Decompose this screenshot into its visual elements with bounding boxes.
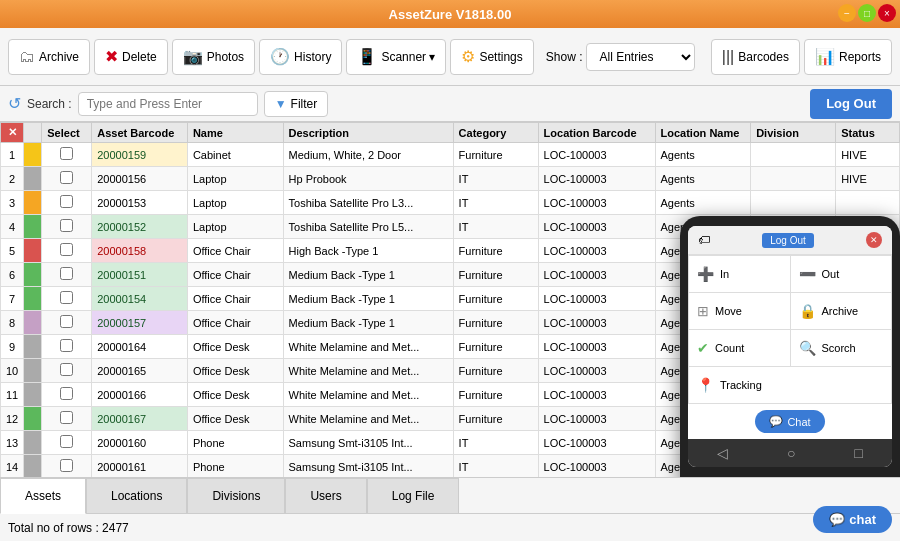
phone-home-button[interactable]: ○ xyxy=(787,445,795,461)
row-indicator xyxy=(24,359,42,383)
row-barcode: 20000167 xyxy=(92,407,188,431)
row-name: Office Desk xyxy=(187,335,283,359)
row-loc-barcode: LOC-100003 xyxy=(538,143,655,167)
row-desc: Hp Probook xyxy=(283,167,453,191)
table-header-row: ✕ Select Asset Barcode Name Description … xyxy=(1,123,900,143)
header-arrow xyxy=(24,123,42,143)
phone-menu-count[interactable]: ✔ Count xyxy=(689,330,790,366)
tab-users[interactable]: Users xyxy=(285,478,366,513)
archive-icon: 🗂 xyxy=(19,48,35,66)
row-indicator xyxy=(24,167,42,191)
row-barcode: 20000165 xyxy=(92,359,188,383)
status-bar: Total no of rows : 2477 💬 chat xyxy=(0,513,900,541)
row-checkbox[interactable] xyxy=(42,311,92,335)
row-checkbox[interactable] xyxy=(42,335,92,359)
row-desc: White Melamine and Met... xyxy=(283,359,453,383)
settings-button[interactable]: ⚙ Settings xyxy=(450,39,533,75)
app-title: AssetZure V1818.00 xyxy=(389,7,512,22)
header-loc-bc: Location Barcode xyxy=(538,123,655,143)
row-loc-name: Agents xyxy=(655,167,751,191)
row-barcode: 20000160 xyxy=(92,431,188,455)
row-num: 5 xyxy=(1,239,24,263)
row-num: 9 xyxy=(1,335,24,359)
phone-menu-archive[interactable]: 🔒 Archive xyxy=(791,293,892,329)
barcodes-button[interactable]: ||| Barcodes xyxy=(711,39,800,75)
chat-button[interactable]: 💬 chat xyxy=(813,506,892,533)
show-select[interactable]: All Entries Active Archive Checked Out xyxy=(586,43,695,71)
row-checkbox[interactable] xyxy=(42,239,92,263)
search-input[interactable] xyxy=(78,92,258,116)
row-checkbox[interactable] xyxy=(42,143,92,167)
phone-menu-move[interactable]: ⊞ Move xyxy=(689,293,790,329)
minimize-button[interactable]: − xyxy=(838,4,856,22)
row-loc-barcode: LOC-100003 xyxy=(538,407,655,431)
phone-menu-out[interactable]: ➖ Out xyxy=(791,256,892,292)
row-desc: Samsung Smt-i3105 Int... xyxy=(283,431,453,455)
row-barcode: 20000152 xyxy=(92,215,188,239)
maximize-button[interactable]: □ xyxy=(858,4,876,22)
row-indicator xyxy=(24,143,42,167)
phone-header: 🏷 Log Out ✕ xyxy=(688,226,892,255)
phone-menu-tracking[interactable]: 📍 Tracking xyxy=(689,367,891,403)
tab-logfile[interactable]: Log File xyxy=(367,478,460,513)
scanner-button[interactable]: 📱 Scanner ▾ xyxy=(346,39,446,75)
row-loc-barcode: LOC-100003 xyxy=(538,215,655,239)
header-status: Status xyxy=(836,123,900,143)
header-name: Name xyxy=(187,123,283,143)
reports-label: Reports xyxy=(839,50,881,64)
history-button[interactable]: 🕐 History xyxy=(259,39,342,75)
settings-icon: ⚙ xyxy=(461,47,475,66)
phone-chat-label: Chat xyxy=(787,416,810,428)
row-barcode: 20000151 xyxy=(92,263,188,287)
row-checkbox[interactable] xyxy=(42,431,92,455)
archive-button[interactable]: 🗂 Archive xyxy=(8,39,90,75)
filter-button[interactable]: ▼ Filter xyxy=(264,91,329,117)
barcodes-label: Barcodes xyxy=(738,50,789,64)
row-division xyxy=(751,167,836,191)
toolbar: 🗂 Archive ✖ Delete 📷 Photos 🕐 History 📱 … xyxy=(0,28,900,86)
out-label: Out xyxy=(822,268,840,280)
row-checkbox[interactable] xyxy=(42,215,92,239)
row-num: 7 xyxy=(1,287,24,311)
in-icon: ➕ xyxy=(697,266,714,282)
phone-menu-in[interactable]: ➕ In xyxy=(689,256,790,292)
phone-bottom-nav: ◁ ○ □ xyxy=(688,439,892,467)
row-checkbox[interactable] xyxy=(42,167,92,191)
reports-button[interactable]: 📊 Reports xyxy=(804,39,892,75)
phone-back-button[interactable]: ◁ xyxy=(717,445,728,461)
phone-chat-button[interactable]: 💬 Chat xyxy=(755,410,824,433)
close-button[interactable]: × xyxy=(878,4,896,22)
tab-divisions[interactable]: Divisions xyxy=(187,478,285,513)
header-loc-name: Location Name xyxy=(655,123,751,143)
row-checkbox[interactable] xyxy=(42,287,92,311)
tab-assets[interactable]: Assets xyxy=(0,478,86,514)
row-checkbox[interactable] xyxy=(42,455,92,478)
row-checkbox[interactable] xyxy=(42,191,92,215)
settings-label: Settings xyxy=(479,50,522,64)
phone-logout-button[interactable]: Log Out xyxy=(762,233,814,248)
row-checkbox[interactable] xyxy=(42,407,92,431)
row-name: Office Chair xyxy=(187,287,283,311)
row-category: Furniture xyxy=(453,287,538,311)
row-checkbox[interactable] xyxy=(42,263,92,287)
tab-locations[interactable]: Locations xyxy=(86,478,187,513)
row-category: Furniture xyxy=(453,359,538,383)
row-checkbox[interactable] xyxy=(42,383,92,407)
phone-recent-button[interactable]: □ xyxy=(854,445,862,461)
phone-close-button[interactable]: ✕ xyxy=(866,232,882,248)
row-checkbox[interactable] xyxy=(42,359,92,383)
row-barcode: 20000153 xyxy=(92,191,188,215)
row-num: 14 xyxy=(1,455,24,478)
refresh-button[interactable]: ↺ xyxy=(8,94,21,113)
logout-button[interactable]: Log Out xyxy=(810,89,892,119)
row-status xyxy=(836,191,900,215)
row-name: Office Desk xyxy=(187,383,283,407)
delete-button[interactable]: ✖ Delete xyxy=(94,39,168,75)
out-icon: ➖ xyxy=(799,266,816,282)
photos-button[interactable]: 📷 Photos xyxy=(172,39,255,75)
row-name: Office Desk xyxy=(187,407,283,431)
row-name: Office Chair xyxy=(187,311,283,335)
row-loc-barcode: LOC-100003 xyxy=(538,167,655,191)
row-division xyxy=(751,143,836,167)
phone-menu-search[interactable]: 🔍 Scorch xyxy=(791,330,892,366)
